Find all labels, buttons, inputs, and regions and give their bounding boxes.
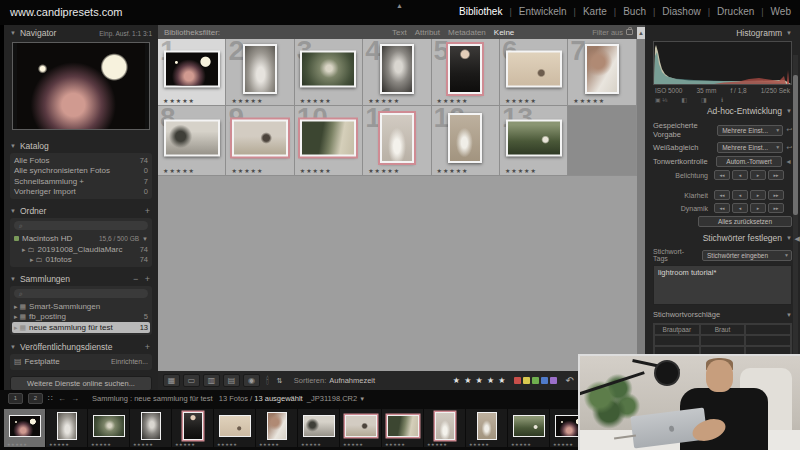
- module-web[interactable]: Web: [768, 6, 794, 17]
- grid-cell[interactable]: 2★★★★★: [226, 39, 294, 106]
- clipping-left-icon[interactable]: ◧: [681, 96, 687, 103]
- star-rating[interactable]: ★★★★★: [573, 97, 605, 104]
- dienste-header[interactable]: ▼ Veröffentlichungsdienste +: [4, 339, 158, 354]
- reset-icon[interactable]: ◄: [785, 158, 792, 165]
- grid-cell[interactable]: 7★★★★★: [568, 39, 636, 106]
- color-label-chip-0[interactable]: [514, 377, 521, 384]
- collection-row[interactable]: ▸ ▦fb_posting5: [14, 312, 148, 323]
- folder-row[interactable]: ▸ 🗀︎20191008_ClaudiaMarc74: [14, 244, 148, 255]
- filmstrip-thumbnail[interactable]: [435, 412, 455, 440]
- find-more-services-button[interactable]: Weitere Dienste online suchen...: [10, 376, 152, 391]
- filmstrip-thumbnail[interactable]: [267, 412, 287, 440]
- add-service-button[interactable]: +: [145, 342, 152, 352]
- star-rating[interactable]: ★★★★★: [368, 167, 400, 174]
- module-diashow[interactable]: Diashow: [659, 6, 703, 17]
- photo-thumbnail[interactable]: [506, 51, 562, 88]
- collapse-top-panel-icon[interactable]: ▲: [396, 2, 403, 9]
- stepper-button[interactable]: ◂: [732, 203, 748, 213]
- auto-tone-button[interactable]: Autom.-Tonwert: [716, 156, 782, 167]
- photo-thumbnail[interactable]: [448, 113, 482, 163]
- keyword-suggestion[interactable]: Brautpaar: [654, 324, 700, 335]
- einrichten-button[interactable]: Einrichten...: [111, 358, 148, 365]
- photo-thumbnail[interactable]: [506, 119, 562, 156]
- star-rating[interactable]: ★★★★★: [437, 167, 469, 174]
- stichwoerter-header[interactable]: Stichwörter festlegen ▼: [645, 230, 800, 245]
- katalog-item[interactable]: Alle Fotos74: [14, 155, 148, 166]
- module-buch[interactable]: Buch: [620, 6, 649, 17]
- photo-thumbnail[interactable]: [448, 44, 482, 94]
- color-label-chip-2[interactable]: [532, 377, 539, 384]
- navigator-zoom-options[interactable]: Einp. Ausf. 1:1 3:1: [99, 30, 152, 37]
- reset-icon[interactable]: ↩: [786, 126, 792, 134]
- second-window-button[interactable]: 2: [28, 393, 43, 404]
- compare-view-icon[interactable]: ▥: [203, 374, 220, 387]
- color-label-chip-4[interactable]: [550, 377, 557, 384]
- sammlungen-header[interactable]: ▼ Sammlungen − +: [4, 271, 158, 286]
- white-balance-dropdown[interactable]: Mehrere Einst...▼: [717, 142, 783, 153]
- collection-search-input[interactable]: ⌕: [14, 289, 148, 298]
- filmstrip-cell[interactable]: ★★★★★: [172, 409, 213, 447]
- adhoc-header[interactable]: Ad-hoc-Entwicklung ▼: [645, 103, 800, 118]
- filter-option-text[interactable]: Text: [392, 28, 407, 37]
- photo-thumbnail[interactable]: [380, 113, 414, 163]
- module-drucken[interactable]: Drucken: [714, 6, 757, 17]
- collection-row[interactable]: ▸ ▦Smart-Sammlungen: [14, 301, 148, 312]
- star-rating[interactable]: ★★★★★: [300, 167, 332, 174]
- filmstrip-thumbnail[interactable]: [219, 415, 251, 437]
- grid-cell[interactable]: 4★★★★★: [363, 39, 431, 106]
- keyword-suggestion[interactable]: [745, 335, 791, 346]
- katalog-item[interactable]: Schnellsammlung +7: [14, 176, 148, 187]
- photo-thumbnail[interactable]: [164, 119, 220, 156]
- filmstrip-thumbnail[interactable]: [183, 412, 203, 440]
- stepper-button[interactable]: ▸▸: [768, 190, 784, 200]
- sort-direction-icon[interactable]: ⇅: [277, 377, 283, 385]
- filter-state-dropdown[interactable]: Filter aus: [592, 28, 623, 37]
- collection-minus-plus-buttons[interactable]: − +: [133, 274, 152, 284]
- photo-thumbnail[interactable]: [243, 44, 277, 94]
- grid-cell[interactable]: 11★★★★★: [363, 106, 431, 176]
- photo-thumbnail[interactable]: [300, 119, 356, 156]
- grid-scrollbar[interactable]: ▲: [637, 39, 645, 371]
- stepper-button[interactable]: ▸: [750, 203, 766, 213]
- color-label-chip-3[interactable]: [541, 377, 548, 384]
- right-panel-scrollbar[interactable]: [793, 55, 798, 385]
- photo-thumbnail[interactable]: [300, 51, 356, 88]
- stepper-button[interactable]: ▸: [750, 170, 766, 180]
- filmstrip-thumbnail[interactable]: [141, 412, 161, 440]
- filmstrip-thumbnail[interactable]: [513, 415, 545, 437]
- folder-search-input[interactable]: ⌕: [14, 221, 148, 230]
- keyword-textarea[interactable]: lightroom tutorial*: [653, 265, 792, 305]
- grid-cell[interactable]: 1★★★★★: [158, 39, 226, 106]
- katalog-item[interactable]: Alle synchronisierten Fotos0: [14, 166, 148, 177]
- histogramm-header[interactable]: Histogramm ▼: [645, 25, 800, 40]
- grid-cell[interactable]: 3★★★★★: [295, 39, 363, 106]
- photo-thumbnail[interactable]: [232, 119, 288, 156]
- reset-icon[interactable]: ↩: [786, 144, 792, 152]
- filmstrip-thumbnail[interactable]: [57, 412, 77, 440]
- grid-cell[interactable]: 6★★★★★: [500, 39, 568, 106]
- reset-all-button[interactable]: Alles zurücksetzen: [698, 216, 792, 227]
- forward-arrow-icon[interactable]: →: [71, 394, 79, 403]
- collection-row[interactable]: ▸ ▦neue sammlung für test13: [12, 322, 150, 333]
- filmstrip-thumbnail[interactable]: [345, 415, 377, 437]
- volume-row[interactable]: Macintosh HD 15,6 / 500 GB ▼: [14, 233, 148, 244]
- grid-cell[interactable]: 10★★★★★: [295, 106, 363, 176]
- filmstrip-cell[interactable]: ★★★★★: [298, 409, 339, 447]
- filmstrip-cell[interactable]: ★★★★★: [382, 409, 423, 447]
- festplatte-row[interactable]: ▤Festplatte Einrichten...: [14, 356, 148, 368]
- stepper-button[interactable]: ▸▸: [768, 170, 784, 180]
- histogram[interactable]: [653, 41, 792, 85]
- keyword-suggestion[interactable]: [654, 335, 700, 346]
- saved-preset-dropdown[interactable]: Mehrere Einst...▼: [717, 125, 783, 136]
- color-label-chip-1[interactable]: [523, 377, 530, 384]
- katalog-header[interactable]: ▼ Katalog: [4, 138, 158, 153]
- grid-cell[interactable]: 8★★★★★: [158, 106, 226, 176]
- photo-thumbnail[interactable]: [164, 51, 220, 88]
- sort-value-dropdown[interactable]: Aufnahmezeit: [329, 376, 375, 385]
- module-karte[interactable]: Karte: [580, 6, 610, 17]
- grid-view-icon[interactable]: ▦: [163, 374, 180, 387]
- grid-cell[interactable]: 12★★★★★: [432, 106, 500, 176]
- keyword-entry-dropdown[interactable]: Stichwörter eingeben▼: [702, 250, 792, 261]
- module-bibliothek[interactable]: Bibliothek: [456, 6, 505, 17]
- clipping-right-icon[interactable]: ◨: [701, 96, 707, 103]
